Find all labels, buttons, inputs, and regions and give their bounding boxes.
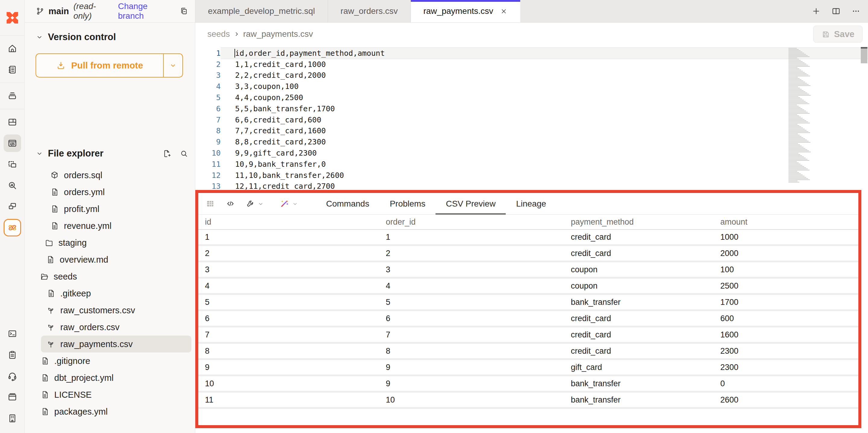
editor-scrollbar-thumb[interactable] (861, 47, 867, 63)
rail-button[interactable] (4, 155, 21, 173)
file-type-icon (44, 238, 54, 247)
pull-from-remote-button[interactable]: Pull from remote (36, 53, 183, 78)
file-type-icon (50, 204, 59, 213)
copy-branch-button[interactable] (179, 7, 188, 16)
file-tree-item[interactable]: raw_orders.csv (25, 319, 195, 336)
file-tree-item[interactable]: orders.yml (25, 184, 195, 201)
new-file-button[interactable] (162, 149, 171, 158)
search-icon (180, 149, 188, 158)
branch-bar: main (read-only) Change branch (25, 0, 195, 23)
line-content: 11,10,bank_transfer,2600 (221, 170, 868, 181)
editor-tab[interactable]: example_develop_metric.sql (195, 0, 328, 22)
rail-icon (7, 138, 18, 148)
rail-button[interactable] (4, 177, 21, 194)
rail-button[interactable] (4, 388, 21, 406)
file-name: raw_orders.csv (60, 322, 120, 332)
file-name: revenue.yml (64, 221, 112, 231)
csv-row: 6 6 credit_card 600 (198, 311, 858, 327)
file-tree-item[interactable]: revenue.yml (25, 218, 195, 234)
cell-id: 11 (205, 395, 386, 405)
new-tab-button[interactable] (811, 6, 821, 16)
split-pane-icon (831, 6, 841, 16)
save-button[interactable]: Save (813, 26, 863, 42)
rail-button[interactable] (4, 219, 21, 236)
file-name: packages.yml (54, 407, 107, 417)
version-control-header[interactable]: Version control (36, 32, 183, 42)
file-tree-item[interactable]: dbt_project.yml (25, 369, 195, 386)
cell-payment-method: credit_card (571, 232, 720, 242)
csv-row: 8 8 credit_card 2300 (198, 344, 858, 360)
more-options-button[interactable] (851, 6, 861, 16)
rail-button[interactable] (4, 325, 21, 343)
cell-order-id: 4 (386, 281, 571, 291)
file-tree-item[interactable]: staging (25, 234, 195, 251)
breadcrumb-row: seeds raw_payments.csv Save (195, 23, 868, 46)
file-tree-item[interactable]: raw_payments.csv (41, 336, 191, 352)
rail-button[interactable] (4, 87, 21, 105)
cell-id: 9 (205, 363, 386, 372)
ai-fix-button[interactable] (275, 196, 303, 212)
file-explorer-section: File explorer (25, 148, 195, 159)
line-number: 4 (195, 81, 221, 92)
editor-tab[interactable]: raw_payments.csv (411, 0, 520, 22)
bottom-panel-toolbar: CommandsProblemsCSV PreviewLineage (198, 193, 858, 215)
bottom-panel-tab[interactable]: Problems (379, 193, 435, 214)
file-name: .gitignore (54, 356, 90, 366)
file-tree-item[interactable]: orders.sql (25, 167, 195, 184)
csv-row: 2 2 credit_card 2000 (198, 246, 858, 262)
chevron-down-icon (169, 61, 177, 69)
close-tab-icon[interactable] (500, 7, 507, 15)
file-type-icon (40, 373, 50, 382)
code-editor[interactable]: 1 id,order_id,payment_method,amount 2 1,… (195, 46, 868, 190)
editor-line: 3 2,2,credit_card,2000 (195, 70, 868, 81)
file-tree-item[interactable]: .gitignore (25, 352, 195, 369)
bottom-panel-tab[interactable]: Commands (316, 193, 379, 214)
table-view-button[interactable] (206, 199, 215, 208)
cell-id: 5 (205, 298, 386, 307)
search-files-button[interactable] (180, 149, 188, 158)
file-tree-item[interactable]: seeds (25, 268, 195, 285)
file-type-icon (40, 390, 50, 399)
rail-button[interactable] (4, 135, 21, 152)
split-editor-button[interactable] (831, 6, 841, 16)
file-tree-item[interactable]: .gitkeep (25, 285, 195, 302)
plus-icon (811, 6, 821, 16)
bottom-tab-label: Commands (326, 199, 369, 209)
editor-line: 9 8,8,credit_card,2300 (195, 136, 868, 147)
bottom-panel-tab[interactable]: CSV Preview (435, 193, 506, 214)
rail-button[interactable] (4, 113, 21, 131)
rail-button[interactable] (4, 40, 21, 57)
tab-list: example_develop_metric.sql raw_orders.cs… (195, 0, 520, 22)
rail-button[interactable] (4, 367, 21, 385)
file-tree-item[interactable]: LICENSE (25, 386, 195, 403)
rail-button[interactable] (4, 61, 21, 78)
rail-icon (7, 392, 18, 402)
file-tree-item[interactable]: packages.yml (25, 403, 195, 420)
bottom-panel-tab[interactable]: Lineage (506, 193, 556, 214)
cell-id: 10 (205, 379, 386, 388)
csv-column-header: payment_method (571, 218, 720, 227)
git-branch-icon (36, 7, 44, 16)
tabbar-actions (811, 0, 868, 22)
rail-button[interactable] (4, 346, 21, 364)
cell-order-id: 7 (386, 330, 571, 340)
version-control-section: Version control Pull from remote (25, 23, 195, 78)
file-tree-item[interactable]: overview.md (25, 251, 195, 268)
file-tree-item[interactable]: profit.yml (25, 201, 195, 218)
file-name: raw_payments.csv (60, 339, 133, 349)
minimap[interactable] (788, 48, 814, 182)
editor-tab[interactable]: raw_orders.csv (328, 0, 411, 22)
cell-amount: 2500 (720, 281, 858, 291)
build-options-button[interactable] (246, 199, 264, 208)
cell-amount: 1600 (720, 330, 858, 340)
file-tree-item[interactable]: raw_customers.csv (25, 302, 195, 319)
pull-options-button[interactable] (164, 54, 182, 77)
rail-icon (7, 223, 18, 233)
line-content: 8,8,credit_card,2300 (221, 136, 868, 147)
rail-button[interactable] (4, 198, 21, 215)
change-branch-link[interactable]: Change branch (118, 1, 176, 21)
code-view-button[interactable] (226, 199, 235, 208)
rail-button[interactable] (4, 409, 21, 427)
line-number: 9 (195, 136, 221, 147)
file-explorer-header[interactable]: File explorer (36, 148, 191, 159)
